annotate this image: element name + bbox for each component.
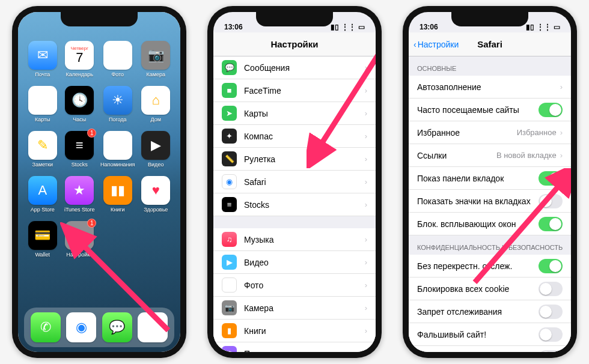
row-label: Без перекрестн. отслеж. — [417, 261, 539, 271]
dock-app[interactable]: ♫ — [138, 312, 168, 342]
app-здоровье[interactable]: ♥Здоровье — [139, 176, 172, 213]
app-книги[interactable]: ▮▮Книги — [100, 176, 135, 213]
app-видео[interactable]: ▶Видео — [139, 131, 172, 168]
toggle[interactable] — [539, 217, 563, 231]
row-label: Блокировка всех cookie — [417, 284, 539, 294]
toggle[interactable] — [539, 194, 563, 208]
row-detail: Избранное — [517, 128, 557, 137]
row-icon: ◉ — [222, 174, 237, 189]
app-icon: ✿ — [103, 41, 132, 70]
settings-row[interactable]: ≡Stocks› — [213, 193, 376, 216]
row-icon: ▮ — [222, 323, 237, 338]
app-календарь[interactable]: Четверг7Календарь — [64, 41, 96, 77]
app-label: Почта — [35, 71, 50, 77]
app-label: Здоровье — [144, 207, 168, 213]
settings-row[interactable]: 📏Рулетка› — [213, 148, 376, 171]
app-label: Календарь — [66, 71, 93, 77]
settings-row[interactable]: Показ панели вкладок — [409, 167, 571, 190]
chevron-right-icon: › — [365, 303, 367, 312]
settings-row[interactable]: ▮Книги› — [213, 320, 376, 342]
back-button[interactable]: ‹ Настройки — [414, 40, 459, 49]
toggle[interactable] — [539, 327, 563, 342]
row-label: Ссылки — [417, 151, 496, 160]
settings-list: Без перекрестн. отслеж.Блокировка всех c… — [409, 255, 571, 352]
settings-row[interactable]: Камера и микрофон — [409, 346, 571, 352]
row-label: Stocks — [244, 200, 365, 210]
row-label: Фото — [244, 281, 365, 290]
chevron-right-icon: › — [560, 128, 563, 137]
row-label: Компас — [244, 132, 365, 141]
section-gap — [213, 216, 376, 228]
settings-row[interactable]: ИзбранноеИзбранное› — [409, 121, 571, 144]
toggle[interactable] — [539, 103, 563, 117]
settings-row[interactable]: Запрет отслеживания — [409, 300, 571, 323]
settings-row[interactable]: Часто посещаемые сайты — [409, 99, 571, 121]
app-карты[interactable]: ➤Карты — [26, 86, 59, 123]
settings-row[interactable]: ✦Компас› — [213, 125, 376, 148]
settings-row[interactable]: 💬Сообщения› — [213, 56, 376, 79]
dock-app[interactable]: ◉ — [66, 312, 96, 342]
app-icon: ✉ — [28, 41, 57, 70]
app-icon: ▶ — [141, 131, 170, 160]
badge: 1 — [87, 219, 96, 228]
phone-safari-settings: 13:06 ▮▯ ⋮⋮ ▭ ‹ Настройки Safari ОСНОВНЫ… — [403, 6, 577, 358]
settings-row[interactable]: Показать значки на вкладках — [409, 190, 571, 213]
app-app store[interactable]: AApp Store — [26, 176, 59, 213]
settings-row[interactable]: Фальшивый сайт! — [409, 323, 571, 346]
settings-row[interactable]: 📷Камера› — [213, 297, 376, 320]
app-label: Карты — [35, 117, 50, 123]
chevron-right-icon: › — [365, 132, 367, 141]
settings-row[interactable]: ♫Музыка› — [213, 228, 376, 251]
app-wallet[interactable]: 💳Wallet — [26, 221, 59, 258]
app-фото[interactable]: ✿Фото — [100, 41, 135, 77]
dock: ✆◉💬♫ — [24, 308, 174, 347]
settings-row[interactable]: Блокировка всех cookie — [409, 278, 571, 300]
app-почта[interactable]: ✉Почта — [26, 41, 59, 77]
row-label: Подкасты — [244, 349, 365, 353]
signal-icon: ▮▯ — [526, 23, 534, 31]
row-label: Часто посещаемые сайты — [417, 105, 539, 115]
toggle[interactable] — [539, 282, 563, 296]
settings-row[interactable]: Блок. всплывающих окон — [409, 213, 571, 235]
settings-row[interactable]: ▶Видео› — [213, 251, 376, 274]
toggle[interactable] — [539, 305, 563, 319]
toggle[interactable] — [539, 350, 563, 353]
app-stocks[interactable]: ≡1Stocks — [64, 131, 96, 168]
phone-home: 13:06 ▮▯ ⋮⋮ ▭ ✉ПочтаЧетверг7Календарь✿Фо… — [12, 6, 186, 358]
dock-app[interactable]: ✆ — [31, 312, 61, 342]
row-label: Сообщения — [244, 63, 365, 73]
settings-row[interactable]: ■FaceTime› — [213, 79, 376, 102]
app-часы[interactable]: 🕓Часы — [64, 86, 96, 123]
notch — [451, 12, 528, 26]
settings-row[interactable]: Без перекрестн. отслеж. — [409, 255, 571, 278]
chevron-right-icon: › — [365, 326, 367, 335]
chevron-right-icon: › — [365, 258, 367, 267]
app-заметки[interactable]: ✎Заметки — [26, 131, 59, 168]
app-камера[interactable]: 📷Камера — [139, 41, 172, 77]
chevron-right-icon: › — [560, 82, 563, 91]
app-label: Книги — [111, 207, 125, 213]
dock-app[interactable]: 💬 — [102, 312, 132, 342]
toggle[interactable] — [539, 171, 563, 186]
settings-row[interactable]: СсылкиВ новой вкладке› — [409, 144, 571, 167]
row-icon: ■ — [222, 83, 237, 98]
toggle[interactable] — [539, 259, 563, 273]
settings-row[interactable]: ◍Подкасты› — [213, 342, 376, 352]
settings-row[interactable]: ✿Фото› — [213, 274, 376, 297]
settings-row[interactable]: ➤Карты› — [213, 102, 376, 125]
app-label: Видео — [148, 162, 163, 168]
settings-list: ♫Музыка›▶Видео›✿Фото›📷Камера›▮Книги›◍Под… — [213, 228, 376, 352]
row-label: Книги — [244, 326, 365, 336]
app-напоминания[interactable]: ☰Напоминания — [100, 131, 135, 168]
row-label: Видео — [244, 258, 365, 267]
app-itunes store[interactable]: ★iTunes Store — [64, 176, 96, 213]
settings-row[interactable]: ◉Safari› — [213, 171, 376, 193]
wifi-icon: ⋮⋮ — [341, 23, 356, 31]
app-погода[interactable]: ☀Погода — [100, 86, 135, 123]
settings-screen: 13:06 ▮▯ ⋮⋮ ▭ Настройки 💬Сообщения›■Face… — [213, 12, 376, 352]
settings-row[interactable]: Автозаполнение› — [409, 76, 571, 99]
app-настройки[interactable]: ⚙1Настройки — [64, 221, 96, 258]
app-дом[interactable]: ⌂Дом — [139, 86, 172, 123]
app-label: Настройки — [66, 252, 93, 258]
app-label: Фото — [111, 71, 124, 77]
